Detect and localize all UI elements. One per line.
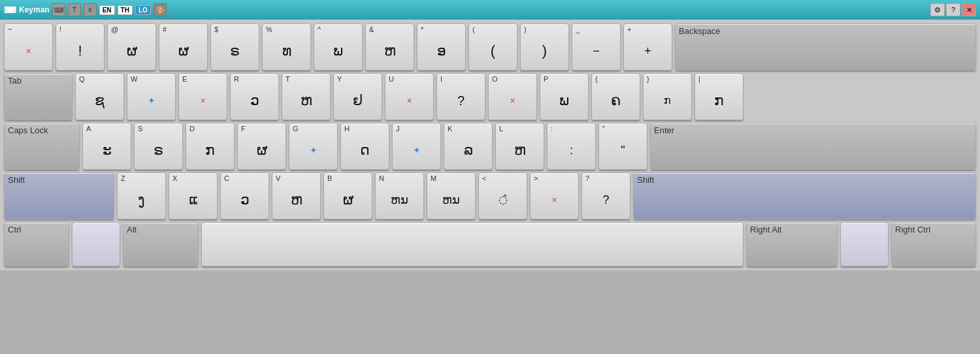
key-q[interactable]: Q ຊ <box>75 73 124 120</box>
key-m[interactable]: M ຫນ <box>427 172 476 219</box>
key-space[interactable] <box>201 222 743 266</box>
grid-icon[interactable]: # <box>84 3 97 16</box>
app-icon: ⌨ <box>4 5 16 15</box>
key-k[interactable]: K ລ <box>444 123 493 170</box>
key-h[interactable]: H ດ <box>340 123 389 170</box>
key-v[interactable]: V ຫ <box>272 172 321 219</box>
key-backspace[interactable]: Backspace <box>675 24 976 71</box>
key-minus[interactable]: _ − <box>572 24 621 71</box>
key-backslash[interactable]: | ກ <box>694 73 743 120</box>
key-s[interactable]: S ຣ <box>134 123 183 170</box>
key-ralt[interactable]: Right Alt <box>746 222 838 266</box>
key-semicolon[interactable]: : : <box>547 123 596 170</box>
key-z[interactable]: Z ງ <box>117 172 166 219</box>
key-c[interactable]: C ວ <box>220 172 269 219</box>
lang-en[interactable]: EN <box>99 5 115 15</box>
key-3[interactable]: # ຜ <box>159 24 208 71</box>
keyboard: ~ × ! ! @ ຜ # ຜ $ ຣ % ທ ^ ພ & ຫ <box>0 20 980 270</box>
key-g[interactable]: G ✦ <box>289 123 338 170</box>
key-4[interactable]: $ ຣ <box>210 24 259 71</box>
key-enter[interactable]: Enter <box>650 123 976 170</box>
key-5[interactable]: % ທ <box>262 24 311 71</box>
lang-buttons: EN TH LO <box>99 5 151 15</box>
key-x[interactable]: X ແ <box>169 172 218 219</box>
key-rshift[interactable]: Shift <box>633 172 976 219</box>
row-asdf: Caps Lock A ະ S ຣ D ກ F ຜ G ✦ H ດ J ✦ <box>4 123 976 170</box>
key-comma[interactable]: < ◌̂ <box>478 172 527 219</box>
key-period[interactable]: > × <box>530 172 579 219</box>
key-tab[interactable]: Tab <box>4 73 73 120</box>
help-btn[interactable]: ? <box>946 3 960 16</box>
keyboard-icon[interactable]: ⌨ <box>52 3 65 16</box>
key-o[interactable]: O × <box>488 73 537 120</box>
key-d[interactable]: D ກ <box>186 123 235 170</box>
key-apostrophe[interactable]: " " <box>598 123 647 170</box>
key-rbracket[interactable]: } ກ <box>643 73 692 120</box>
close-btn[interactable]: ✕ <box>962 3 976 16</box>
key-lbracket[interactable]: { ຄ <box>591 73 640 120</box>
font-icon[interactable]: T <box>68 3 81 16</box>
app-title: Keyman <box>19 5 50 14</box>
key-b[interactable]: B ຜ <box>323 172 372 219</box>
key-r[interactable]: R ວ <box>230 73 279 120</box>
key-lshift[interactable]: Shift <box>4 172 114 219</box>
key-tilde[interactable]: ~ × <box>4 24 53 71</box>
row-bottom: Ctrl Alt Right Alt Right Ctrl <box>4 222 976 266</box>
key-e[interactable]: E × <box>178 73 227 120</box>
key-1[interactable]: ! ! <box>56 24 105 71</box>
window-controls: ⚙ ? ✕ <box>930 3 976 16</box>
key-9[interactable]: ( ( <box>468 24 517 71</box>
key-equal[interactable]: + + <box>623 24 672 71</box>
key-j[interactable]: J ✦ <box>392 123 441 170</box>
key-n[interactable]: N ຫນ <box>375 172 424 219</box>
color-icon[interactable]: 🎨 <box>154 3 167 16</box>
row-numbers: ~ × ! ! @ ຜ # ຜ $ ຣ % ທ ^ ພ & ຫ <box>4 24 976 71</box>
key-7[interactable]: & ຫ <box>365 24 414 71</box>
key-rfn[interactable] <box>840 222 889 266</box>
key-8[interactable]: * ອ <box>417 24 466 71</box>
key-p[interactable]: P ພ <box>540 73 589 120</box>
key-i[interactable]: I ? <box>436 73 485 120</box>
settings-btn[interactable]: ⚙ <box>930 3 945 16</box>
key-0[interactable]: ) ) <box>520 24 569 71</box>
key-2[interactable]: @ ຜ <box>107 24 156 71</box>
key-f[interactable]: F ຜ <box>237 123 286 170</box>
key-lctrl[interactable]: Ctrl <box>4 222 69 266</box>
lang-lo[interactable]: LO <box>135 5 151 15</box>
key-a[interactable]: A ະ <box>82 123 131 170</box>
key-slash[interactable]: ? ? <box>581 172 630 219</box>
key-l[interactable]: L ຫ <box>495 123 544 170</box>
row-shift: Shift Z ງ X ແ C ວ V ຫ B ຜ N ຫນ M ຫນ <box>4 172 976 219</box>
row-qwerty: Tab Q ຊ W ✦ E × R ວ T ຫ Y ຢ U × <box>4 73 976 120</box>
title-bar: ⌨ Keyman ⌨ T # EN TH LO 🎨 ⚙ ? ✕ <box>0 0 980 20</box>
key-w[interactable]: W ✦ <box>127 73 176 120</box>
key-rctrl[interactable]: Right Ctrl <box>891 222 976 266</box>
key-t[interactable]: T ຫ <box>282 73 331 120</box>
key-6[interactable]: ^ ພ <box>314 24 363 71</box>
title-icon-group: ⌨ T # <box>52 3 97 16</box>
key-capslock[interactable]: Caps Lock <box>4 123 80 170</box>
key-fn[interactable] <box>72 222 120 266</box>
lang-th[interactable]: TH <box>118 5 133 15</box>
key-y[interactable]: Y ຢ <box>333 73 382 120</box>
key-u[interactable]: U × <box>385 73 434 120</box>
key-lalt[interactable]: Alt <box>123 222 199 266</box>
